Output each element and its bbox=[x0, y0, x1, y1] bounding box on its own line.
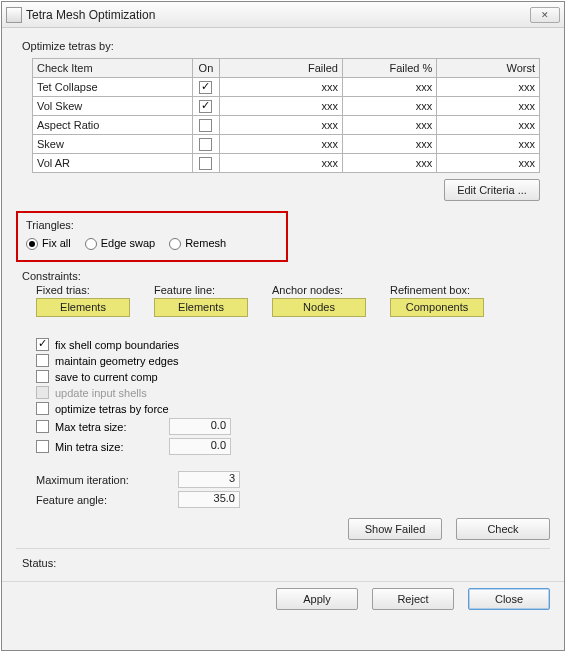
optimize-tetras-label: Optimize tetras by: bbox=[22, 40, 550, 52]
opt-update-input-row: update input shells bbox=[36, 386, 550, 399]
cell-worst: xxx bbox=[437, 78, 540, 97]
table-row: Skew xxx xxx xxx bbox=[33, 135, 540, 154]
edit-criteria-button[interactable]: Edit Criteria ... bbox=[444, 179, 540, 201]
checkbox-on[interactable] bbox=[199, 100, 212, 113]
cell-on bbox=[193, 116, 220, 135]
header-worst: Worst bbox=[437, 59, 540, 78]
optimize-force-label: optimize tetras by force bbox=[55, 403, 169, 415]
header-check-item: Check Item bbox=[33, 59, 193, 78]
cell-worst: xxx bbox=[437, 135, 540, 154]
cell-on bbox=[193, 97, 220, 116]
table-row: Aspect Ratio xxx xxx xxx bbox=[33, 116, 540, 135]
check-button[interactable]: Check bbox=[456, 518, 550, 540]
criteria-header-row: Check Item On Failed Failed % Worst bbox=[33, 59, 540, 78]
cell-failedp: xxx bbox=[342, 116, 436, 135]
radio-label: Fix all bbox=[42, 237, 71, 249]
anchor-nodes-button[interactable]: Nodes bbox=[272, 298, 366, 317]
content-area: Optimize tetras by: Check Item On Failed… bbox=[2, 28, 564, 577]
cell-worst: xxx bbox=[437, 154, 540, 173]
header-failed: Failed bbox=[219, 59, 342, 78]
radio-fix-all[interactable]: Fix all bbox=[26, 237, 71, 250]
cell-failedp: xxx bbox=[342, 78, 436, 97]
radio-edge-swap[interactable]: Edge swap bbox=[85, 237, 155, 250]
constraints-label: Constraints: bbox=[22, 270, 550, 282]
checkbox-on[interactable] bbox=[199, 138, 212, 151]
header-failed-pct: Failed % bbox=[342, 59, 436, 78]
cell-failedp: xxx bbox=[342, 154, 436, 173]
triangles-label: Triangles: bbox=[26, 219, 278, 231]
apply-button[interactable]: Apply bbox=[276, 588, 358, 610]
cell-on bbox=[193, 154, 220, 173]
radio-icon bbox=[85, 238, 97, 250]
cell-item: Tet Collapse bbox=[33, 78, 193, 97]
checkbox-save-current[interactable] bbox=[36, 370, 49, 383]
max-tetra-label: Max tetra size: bbox=[55, 421, 141, 433]
max-tetra-field[interactable]: 0.0 bbox=[169, 418, 231, 435]
constraints-group: Constraints: Fixed trias: Elements Featu… bbox=[16, 270, 550, 317]
feature-line-col: Feature line: Elements bbox=[154, 284, 248, 317]
cell-worst: xxx bbox=[437, 116, 540, 135]
feature-angle-row: Feature angle: 35.0 bbox=[36, 491, 550, 508]
show-failed-button[interactable]: Show Failed bbox=[348, 518, 442, 540]
feature-angle-field[interactable]: 35.0 bbox=[178, 491, 240, 508]
radio-label: Edge swap bbox=[101, 237, 155, 249]
min-tetra-label: Min tetra size: bbox=[55, 441, 141, 453]
cell-worst: xxx bbox=[437, 97, 540, 116]
cell-failed: xxx bbox=[219, 135, 342, 154]
opt-fix-shell-comp-row: fix shell comp boundaries bbox=[36, 338, 550, 351]
cell-failed: xxx bbox=[219, 97, 342, 116]
checkbox-min-tetra[interactable] bbox=[36, 440, 49, 453]
titlebar[interactable]: Tetra Mesh Optimization ✕ bbox=[2, 2, 564, 28]
max-iter-row: Maximum iteration: 3 bbox=[36, 471, 550, 488]
save-current-label: save to current comp bbox=[55, 371, 158, 383]
checkbox-on[interactable] bbox=[199, 157, 212, 170]
opt-maintain-geom-row: maintain geometry edges bbox=[36, 354, 550, 367]
radio-icon bbox=[169, 238, 181, 250]
min-tetra-field[interactable]: 0.0 bbox=[169, 438, 231, 455]
window-close-button[interactable]: ✕ bbox=[530, 7, 560, 23]
edit-criteria-row: Edit Criteria ... bbox=[16, 179, 540, 201]
feature-line-elements-button[interactable]: Elements bbox=[154, 298, 248, 317]
checkbox-on[interactable] bbox=[199, 119, 212, 132]
table-row: Vol Skew xxx xxx xxx bbox=[33, 97, 540, 116]
cell-failed: xxx bbox=[219, 116, 342, 135]
reject-button[interactable]: Reject bbox=[372, 588, 454, 610]
cell-item: Vol AR bbox=[33, 154, 193, 173]
table-row: Tet Collapse xxx xxx xxx bbox=[33, 78, 540, 97]
cell-failed: xxx bbox=[219, 78, 342, 97]
refinement-box-col: Refinement box: Components bbox=[390, 284, 484, 317]
cell-failedp: xxx bbox=[342, 97, 436, 116]
close-button[interactable]: Close bbox=[468, 588, 550, 610]
radio-remesh[interactable]: Remesh bbox=[169, 237, 226, 250]
opt-save-current-row: save to current comp bbox=[36, 370, 550, 383]
criteria-table: Check Item On Failed Failed % Worst Tet … bbox=[32, 58, 540, 173]
table-row: Vol AR xxx xxx xxx bbox=[33, 154, 540, 173]
criteria-table-wrap: Check Item On Failed Failed % Worst Tet … bbox=[32, 58, 540, 173]
cell-item: Vol Skew bbox=[33, 97, 193, 116]
max-iter-field[interactable]: 3 bbox=[178, 471, 240, 488]
checkbox-maintain-geom[interactable] bbox=[36, 354, 49, 367]
cell-failedp: xxx bbox=[342, 135, 436, 154]
refinement-box-label: Refinement box: bbox=[390, 284, 484, 296]
update-input-label: update input shells bbox=[55, 387, 147, 399]
cell-on bbox=[193, 78, 220, 97]
status-label: Status: bbox=[22, 557, 550, 569]
checkbox-optimize-force[interactable] bbox=[36, 402, 49, 415]
fixed-trias-col: Fixed trias: Elements bbox=[36, 284, 130, 317]
cell-item: Skew bbox=[33, 135, 193, 154]
checkbox-on[interactable] bbox=[199, 81, 212, 94]
checkbox-max-tetra[interactable] bbox=[36, 420, 49, 433]
radio-icon bbox=[26, 238, 38, 250]
bottom-button-row: Apply Reject Close bbox=[2, 582, 564, 620]
feature-angle-label: Feature angle: bbox=[36, 494, 156, 506]
window-title: Tetra Mesh Optimization bbox=[26, 8, 530, 22]
cell-on bbox=[193, 135, 220, 154]
feature-line-label: Feature line: bbox=[154, 284, 248, 296]
header-on: On bbox=[193, 59, 220, 78]
triangles-radio-row: Fix all Edge swap Remesh bbox=[26, 237, 278, 250]
refinement-box-components-button[interactable]: Components bbox=[390, 298, 484, 317]
dialog-window: Tetra Mesh Optimization ✕ Optimize tetra… bbox=[1, 1, 565, 651]
checkbox-fix-shell-comp[interactable] bbox=[36, 338, 49, 351]
fixed-trias-elements-button[interactable]: Elements bbox=[36, 298, 130, 317]
radio-label: Remesh bbox=[185, 237, 226, 249]
